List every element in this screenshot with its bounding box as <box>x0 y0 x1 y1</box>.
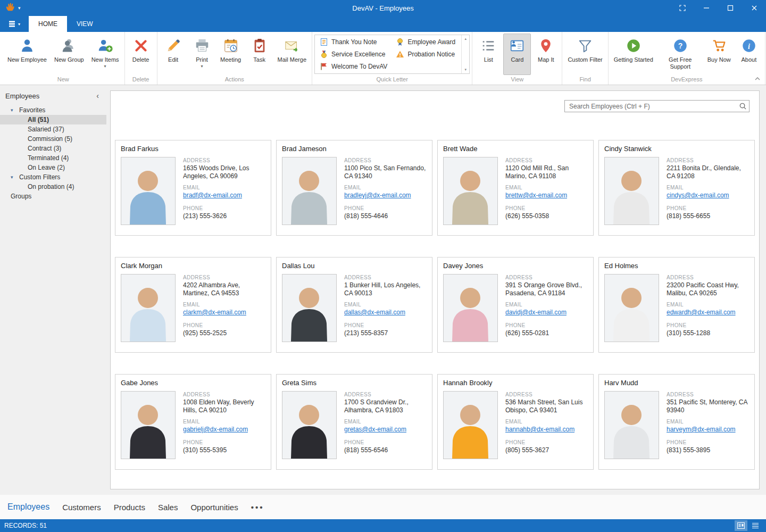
ribbon-tab-home[interactable]: HOME <box>29 16 67 32</box>
minimize-button[interactable] <box>694 0 718 16</box>
tree-item-label: On Leave (2) <box>28 164 65 171</box>
quick-access-dropdown-icon[interactable]: ▾ <box>18 5 21 11</box>
employee-name: Gabe Jones <box>121 379 265 387</box>
list-view-toggle[interactable] <box>749 520 762 531</box>
scroll-up-icon[interactable]: ▴ <box>465 37 467 41</box>
employee-name: Davey Jones <box>443 262 588 270</box>
employee-phone: (626) 555-0281 <box>505 329 588 337</box>
ribbon-button-getting-started[interactable]: Getting Started <box>611 34 656 75</box>
ribbon-button-get-free-support[interactable]: ?Get Free Support <box>657 34 703 75</box>
quick-letter-thank-you-note[interactable]: Thank You Note <box>316 36 391 48</box>
employee-email-link[interactable]: bradleyj@dx-email.com <box>344 192 411 199</box>
email-label: EMAIL <box>505 302 588 307</box>
ribbon-button-card[interactable]: Card <box>503 34 531 75</box>
ribbon-button-task[interactable]: Task <box>246 34 273 75</box>
scroll-down-icon[interactable]: ▾ <box>465 68 467 72</box>
app-menu-button[interactable]: ▾ <box>5 16 23 32</box>
ribbon-group-label: Quick Letter <box>314 76 470 85</box>
ribbon-button-mail-merge[interactable]: Mail Merge <box>274 34 310 75</box>
employee-card[interactable]: Greta SimsADDRESS1700 S Grandview Dr., A… <box>276 374 432 470</box>
ribbon-button-about[interactable]: iAbout <box>735 34 763 75</box>
ribbon-button-custom-filter[interactable]: Custom Filter <box>564 34 605 75</box>
quick-letter-probation-notice[interactable]: Probation Notice <box>392 48 460 61</box>
ribbon-button-buy-now[interactable]: Buy Now <box>704 34 734 75</box>
employee-phone: (213) 555-8357 <box>344 329 427 337</box>
ribbon-button-list[interactable]: List <box>474 34 502 75</box>
tree-item-on-probation-4[interactable]: On probation (4) <box>0 182 106 192</box>
quick-letter-employee-award[interactable]: Employee Award <box>392 36 460 48</box>
tree-item-contract-3[interactable]: Contract (3) <box>0 144 106 153</box>
ribbon-tab-view[interactable]: VIEW <box>67 16 103 32</box>
tree-item-groups[interactable]: Groups <box>0 192 106 201</box>
quick-letter-service-excellence[interactable]: Service Excellence <box>316 48 391 61</box>
card-view-toggle[interactable] <box>735 520 747 531</box>
module-tab-products[interactable]: Products <box>114 503 145 512</box>
employee-card[interactable]: Brad FarkusADDRESS1635 Woods Drive, Los … <box>115 140 271 236</box>
search-icon[interactable] <box>736 102 749 110</box>
employee-card[interactable]: Cindy StanwickADDRESS2211 Bonita Dr., Gl… <box>598 140 755 236</box>
employee-email-link[interactable]: bradf@dx-email.com <box>183 192 242 199</box>
phone-label: PHONE <box>183 205 265 211</box>
employee-email-link[interactable]: harveym@dx-email.com <box>667 426 736 433</box>
close-button[interactable] <box>742 0 766 16</box>
ribbon-button-meeting[interactable]: Meeting <box>217 34 245 75</box>
ribbon-button-edit[interactable]: Edit <box>160 34 187 75</box>
employee-email-link[interactable]: dallas@dx-email.com <box>344 309 405 316</box>
tree-item-all-51[interactable]: All (51) <box>0 115 106 124</box>
app-logo-icon[interactable] <box>5 2 15 14</box>
tree-item-commission-5[interactable]: Commission (5) <box>0 134 106 144</box>
ribbon-group-label: DevExpress <box>610 76 763 85</box>
tree-item-label: Groups <box>11 193 31 200</box>
sidebar-collapse-icon[interactable]: ‹ <box>96 92 99 100</box>
employee-card[interactable]: Gabe JonesADDRESS1008 Elden Way, Beverly… <box>115 374 271 470</box>
module-tab-employees[interactable]: Employees <box>7 502 49 512</box>
employee-card[interactable]: Harv MuddADDRESS351 Pacific St, Monterey… <box>598 374 755 470</box>
employee-card[interactable]: Clark MorganADDRESS4202 Alhambra Ave, Ma… <box>115 257 271 353</box>
svg-text:?: ? <box>678 41 682 50</box>
quick-letter-welcome-to-devav[interactable]: Welcome To DevAV <box>316 60 391 72</box>
employee-email-link[interactable]: gabrielj@dx-email.com <box>183 426 248 433</box>
phone-label: PHONE <box>344 205 427 211</box>
employee-card[interactable]: Dallas LouADDRESS1 Bunker Hill, Los Ange… <box>276 257 432 353</box>
employee-email-link[interactable]: clarkm@dx-email.com <box>183 309 246 316</box>
employee-card[interactable]: Davey JonesADDRESS391 S Orange Grove Blv… <box>437 257 594 353</box>
search-input[interactable] <box>565 103 736 110</box>
maximize-button[interactable] <box>718 0 742 16</box>
employee-email-link[interactable]: edwardh@dx-email.com <box>667 309 736 316</box>
employee-email-link[interactable]: cindys@dx-email.com <box>667 192 729 199</box>
employee-name: Brad Jameson <box>282 145 427 153</box>
ribbon-button-print[interactable]: Print▾ <box>188 34 216 75</box>
employee-email-link[interactable]: brettw@dx-email.com <box>505 192 567 199</box>
employee-card[interactable]: Brad JamesonADDRESS1100 Pico St, San Fer… <box>276 140 432 236</box>
tree-item-custom-filters[interactable]: ▾Custom Filters <box>0 172 106 182</box>
employee-card[interactable]: Brett WadeADDRESS1120 Old Mill Rd., San … <box>437 140 594 236</box>
tree-item-terminated-4[interactable]: Terminated (4) <box>0 153 106 163</box>
ribbon-button-new-employee[interactable]: New Employee <box>4 34 50 75</box>
ribbon-button-new-items[interactable]: New Items▾ <box>88 34 122 75</box>
employee-email-link[interactable]: hannahb@dx-email.com <box>505 426 574 433</box>
module-tabs-more[interactable]: ••• <box>251 503 264 512</box>
ribbon-button-label: About <box>741 56 756 63</box>
employee-card[interactable]: Ed HolmesADDRESS23200 Pacific Coast Hwy,… <box>598 257 755 353</box>
employee-email-link[interactable]: gretas@dx-email.com <box>344 426 406 433</box>
tree-item-label: Salaried (37) <box>28 126 64 133</box>
expand-arrow-icon[interactable]: ▾ <box>11 107 16 113</box>
tree-item-on-leave-2[interactable]: On Leave (2) <box>0 163 106 172</box>
employee-card[interactable]: Hannah BrooklyADDRESS536 Marsh Street, S… <box>437 374 594 470</box>
ribbon-button-map-it[interactable]: Map It <box>532 34 560 75</box>
ribbon-button-delete[interactable]: Delete <box>127 34 155 75</box>
ribbon-button-label: New Items <box>91 56 119 63</box>
module-tab-sales[interactable]: Sales <box>158 503 178 512</box>
module-tab-customers[interactable]: Customers <box>62 503 101 512</box>
fullscreen-button[interactable] <box>670 0 694 16</box>
tree-item-salaried-37[interactable]: Salaried (37) <box>0 124 106 134</box>
expand-arrow-icon[interactable]: ▾ <box>11 174 16 180</box>
quick-letter-scroll[interactable]: ▴▾ <box>461 35 469 73</box>
employee-email-link[interactable]: davidj@dx-email.com <box>505 309 567 316</box>
employee-phone: (213) 555-3626 <box>183 212 265 220</box>
module-tab-opportunities[interactable]: Opportunities <box>190 503 238 512</box>
ribbon-button-new-group[interactable]: New Group <box>51 34 87 75</box>
phone-label: PHONE <box>667 322 749 328</box>
tree-item-favorites[interactable]: ▾Favorites <box>0 105 106 115</box>
ribbon-collapse-icon[interactable] <box>754 73 761 83</box>
